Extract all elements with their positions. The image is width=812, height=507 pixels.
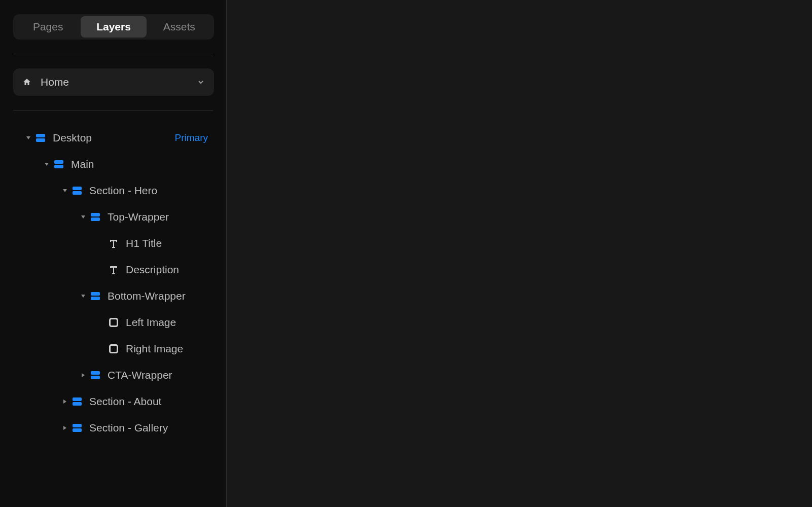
- stack-icon: [90, 370, 100, 380]
- tab-assets[interactable]: Assets: [147, 16, 212, 38]
- panel-tabs: Pages Layers Assets: [13, 14, 214, 40]
- text-icon: [109, 265, 119, 275]
- layer-label: Left Image: [126, 316, 176, 329]
- tab-layers[interactable]: Layers: [81, 16, 146, 38]
- divider: [13, 54, 213, 54]
- svg-marker-17: [82, 373, 85, 377]
- svg-rect-10: [91, 213, 100, 216]
- expand-toggle-icon[interactable]: [59, 188, 71, 193]
- layer-label: Right Image: [126, 343, 183, 355]
- svg-rect-15: [110, 319, 118, 327]
- layer-row[interactable]: Description: [13, 257, 213, 283]
- layer-label: Desktop: [53, 132, 92, 144]
- layer-label: Section - Hero: [89, 185, 157, 197]
- layer-tree: DesktopPrimaryMainSection - HeroTop-Wrap…: [13, 125, 213, 441]
- tab-pages-label: Pages: [33, 21, 63, 33]
- layer-row[interactable]: Top-Wrapper: [13, 204, 213, 230]
- stack-icon: [90, 212, 100, 222]
- svg-rect-21: [73, 397, 82, 401]
- stack-icon: [90, 291, 100, 301]
- svg-rect-11: [91, 218, 100, 221]
- layer-row[interactable]: DesktopPrimary: [13, 125, 213, 151]
- stack-icon: [72, 186, 82, 196]
- tab-layers-label: Layers: [96, 21, 131, 33]
- svg-rect-16: [110, 345, 118, 353]
- svg-rect-4: [54, 160, 63, 164]
- expand-toggle-icon[interactable]: [77, 373, 89, 378]
- layer-label: Bottom-Wrapper: [108, 290, 186, 302]
- layer-row[interactable]: Main: [13, 151, 213, 177]
- svg-marker-20: [63, 400, 66, 404]
- expand-toggle-icon[interactable]: [41, 162, 53, 167]
- primary-badge: Primary: [175, 132, 213, 143]
- svg-rect-25: [73, 428, 82, 432]
- svg-rect-22: [73, 402, 82, 406]
- stack-icon: [72, 396, 82, 407]
- svg-rect-13: [91, 292, 100, 296]
- left-sidebar: Pages Layers Assets Home DesktopPrimaryM…: [0, 0, 227, 507]
- layer-label: Top-Wrapper: [108, 211, 169, 223]
- expand-toggle-icon[interactable]: [22, 135, 34, 140]
- svg-rect-14: [91, 297, 100, 300]
- stack-icon: [36, 133, 46, 143]
- svg-rect-18: [91, 371, 100, 375]
- expand-toggle-icon[interactable]: [77, 214, 89, 220]
- text-icon: [109, 238, 119, 248]
- box-icon: [109, 317, 119, 328]
- layer-label: Description: [126, 264, 179, 276]
- layer-row[interactable]: Bottom-Wrapper: [13, 283, 213, 309]
- layer-label: CTA-Wrapper: [108, 369, 172, 381]
- svg-marker-6: [63, 189, 67, 192]
- layer-row[interactable]: H1 Title: [13, 230, 213, 257]
- svg-marker-0: [26, 136, 30, 139]
- svg-rect-5: [54, 165, 63, 168]
- layer-row[interactable]: Right Image: [13, 336, 213, 362]
- stack-icon: [72, 423, 82, 433]
- svg-rect-7: [73, 187, 82, 190]
- divider: [13, 110, 213, 111]
- layer-label: H1 Title: [126, 237, 162, 249]
- layer-row[interactable]: Section - About: [13, 388, 213, 415]
- canvas-area[interactable]: [227, 0, 812, 507]
- expand-toggle-icon[interactable]: [59, 399, 71, 404]
- chevron-down-icon: [197, 78, 205, 86]
- svg-rect-2: [36, 138, 45, 142]
- tab-assets-label: Assets: [163, 21, 195, 33]
- layer-label: Section - About: [89, 395, 161, 408]
- expand-toggle-icon[interactable]: [59, 425, 71, 430]
- svg-rect-24: [73, 424, 82, 427]
- svg-marker-9: [81, 215, 85, 219]
- layer-row[interactable]: CTA-Wrapper: [13, 362, 213, 388]
- svg-marker-3: [45, 163, 49, 166]
- home-icon: [22, 78, 31, 87]
- layer-row[interactable]: Section - Hero: [13, 177, 213, 204]
- tab-pages[interactable]: Pages: [15, 16, 81, 38]
- expand-toggle-icon[interactable]: [77, 294, 89, 299]
- layer-row[interactable]: Left Image: [13, 309, 213, 336]
- page-selector[interactable]: Home: [13, 68, 214, 96]
- box-icon: [109, 344, 119, 354]
- svg-marker-12: [81, 295, 85, 298]
- layer-label: Section - Gallery: [89, 422, 168, 434]
- svg-marker-23: [63, 426, 66, 430]
- layer-label: Main: [71, 158, 94, 170]
- svg-rect-1: [36, 134, 45, 137]
- svg-rect-19: [91, 376, 100, 379]
- layer-row[interactable]: Section - Gallery: [13, 415, 213, 441]
- page-selector-label: Home: [41, 76, 197, 88]
- svg-rect-8: [73, 191, 82, 195]
- stack-icon: [54, 159, 64, 169]
